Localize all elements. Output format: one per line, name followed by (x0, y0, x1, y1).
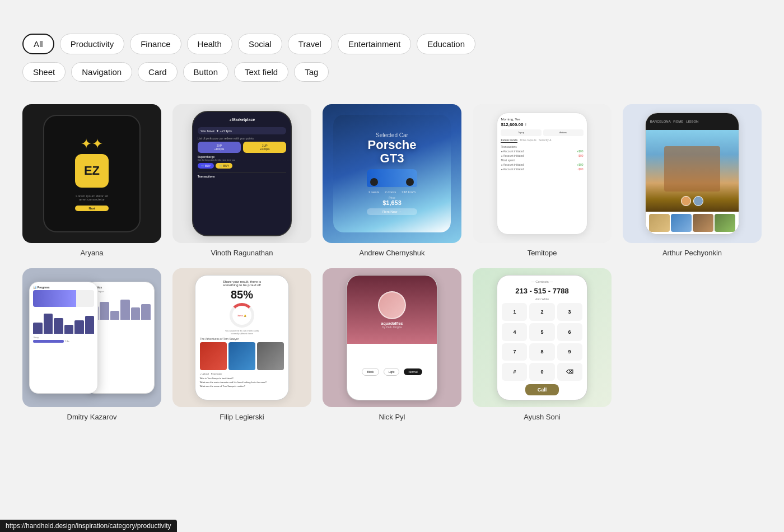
filter-chip-social[interactable]: Social (238, 34, 282, 54)
contact-info: aquadolfies by Park Jongha (378, 291, 406, 329)
card-aryana[interactable]: ✦✦ EZ Lorem ipsum dolor sitamet consecte… (22, 104, 161, 257)
card-arthur[interactable]: BARCELONA ROME LISBON Arthur Pe (623, 104, 762, 257)
quiz-questions: Who is Tom Sawyer's best friend? What wa… (200, 377, 284, 388)
transaction-2: ● Account initiated-$00 (501, 154, 583, 157)
question-2: What was the main character and his frie… (200, 381, 284, 384)
topup-btn[interactable]: Topup (501, 129, 541, 136)
call-button[interactable]: Call (525, 384, 559, 395)
key-8[interactable]: 8 (529, 343, 554, 361)
dialer-top-label: — Contacts — (502, 280, 582, 283)
bar-f-3 (54, 318, 63, 334)
marketplace-header: ◀ Marketplace (193, 112, 291, 125)
price-value: $1,653 (367, 199, 417, 206)
avatar-1 (681, 196, 691, 206)
supercharge-sub: Get 2x the points for the next time you (198, 158, 287, 161)
porsche-content: Selected Car PorscheGT3 2 seats 2 doors … (333, 115, 451, 233)
card-nick[interactable]: aquadolfies by Park Jongha Block Light N… (323, 268, 461, 421)
card-vinoth[interactable]: ◀ Marketplace You have: ✦ +271pts List o… (172, 104, 311, 257)
key-backspace[interactable]: ⌫ (557, 363, 582, 381)
buy-btn[interactable]: 🛒 BUY (198, 163, 214, 169)
card-filip[interactable]: Share your result, there issomething to … (172, 268, 311, 421)
block-btn[interactable]: Block (362, 368, 379, 376)
quiz-desc: You answered 85 out of 100 cardscorrectl… (200, 329, 284, 335)
tab-topup[interactable]: Time capsule (520, 138, 536, 143)
bar-chart-back (90, 297, 151, 320)
building (664, 146, 720, 191)
filter-chip-tag[interactable]: Tag (294, 62, 329, 82)
key-2[interactable]: 2 (529, 303, 554, 321)
next-button[interactable]: Next (75, 206, 109, 211)
key-hash[interactable]: # (502, 363, 527, 381)
sleep-row: 7.2h (33, 340, 94, 343)
arthur-tabs: BARCELONA ROME LISBON (650, 120, 699, 123)
bar-f-4 (64, 325, 73, 334)
light-btn[interactable]: Light (384, 368, 400, 376)
card-author-nick: Nick Pyl (379, 413, 405, 421)
finance-phone: Morning, Tee $12,600.00 ↑ Topup Actions … (497, 113, 587, 235)
contact-actions: Block Light Normal (347, 344, 436, 400)
bar-2 (100, 302, 109, 320)
progress-fill (33, 290, 76, 307)
filter-chip-card[interactable]: Card (138, 62, 178, 82)
normal-btn[interactable]: Normal (404, 368, 422, 375)
key-1[interactable]: 1 (502, 303, 527, 321)
filip-subtitle: Share your result, there issomething to … (200, 280, 284, 287)
actions-btn[interactable]: Actions (543, 129, 584, 136)
finance-btns: Topup Actions (501, 129, 583, 136)
wheel-right (406, 178, 414, 186)
card-temitope[interactable]: Morning, Tee $12,600.00 ↑ Topup Actions … (473, 104, 612, 257)
key-3[interactable]: 3 (557, 303, 582, 321)
pts-sub: List of perks you can redeem with your p… (198, 137, 287, 140)
card-thumb-andrew: Selected Car PorscheGT3 2 seats 2 doors … (323, 104, 461, 243)
app-subtitle: Lorem ipsum dolor sitamet consectetur (76, 194, 108, 201)
sleep-bar (33, 340, 63, 343)
key-9[interactable]: 9 (557, 343, 582, 361)
tab-security[interactable]: Security & (539, 138, 552, 143)
key-0[interactable]: 0 (529, 363, 554, 381)
read-later-btn[interactable]: Read Later (211, 372, 222, 375)
thumb-4 (715, 214, 735, 232)
card-thumb-filip: Share your result, there issomething to … (172, 268, 311, 407)
rent-btn[interactable]: Rent Now → (367, 208, 417, 215)
upload-btn[interactable]: + Upload (200, 372, 209, 375)
card-author-dmitry: Dmitry Kazarov (67, 413, 117, 421)
key-6[interactable]: 6 (557, 323, 582, 341)
user-avatars (681, 196, 703, 206)
filter-chip-travel[interactable]: Travel (288, 34, 332, 54)
url-bar: https://handheld.design/inspiration/cate… (0, 520, 177, 532)
filter-chip-navigation[interactable]: Navigation (71, 62, 132, 82)
cards-grid: ✦✦ EZ Lorem ipsum dolor sitamet consecte… (22, 104, 762, 421)
filter-chip-text-field[interactable]: Text field (234, 62, 288, 82)
card-author-vinoth: Vinoth Ragunathan (211, 249, 273, 257)
filter-chip-education[interactable]: Education (417, 34, 475, 54)
progress-chart (33, 290, 94, 307)
contact-by: by Park Jongha (378, 325, 406, 329)
bar-3 (110, 311, 119, 320)
phone-mockup: ◀ Marketplace You have: ✦ +271pts List o… (192, 111, 292, 236)
filter-chip-productivity[interactable]: Productivity (60, 34, 125, 54)
key-5[interactable]: 5 (529, 323, 554, 341)
card-ayush[interactable]: — Contacts — 213 - 515 - 7788 Alex White… (473, 268, 612, 421)
card-andrew[interactable]: Selected Car PorscheGT3 2 seats 2 doors … (323, 104, 461, 257)
dialer-number: 213 - 515 - 7788 (502, 287, 582, 295)
filter-chip-health[interactable]: Health (187, 34, 232, 54)
card-thumb-aryana: ✦✦ EZ Lorem ipsum dolor sitamet consecte… (22, 104, 161, 243)
key-4[interactable]: 4 (502, 323, 527, 341)
key-7[interactable]: 7 (502, 343, 527, 361)
filter-chip-entertainment[interactable]: Entertainment (338, 34, 411, 54)
filter-chip-all[interactable]: All (22, 34, 54, 54)
buy-btn2[interactable]: 🛒 BUY (216, 163, 232, 169)
transactions-label: Transactions (501, 145, 583, 148)
transaction-3: Most spent (501, 158, 583, 162)
arthur-hero-image (646, 130, 739, 212)
card-dmitry[interactable]: Analytics Weekly Report 📊 Progress (22, 268, 161, 421)
stars-icon: ✦✦ (81, 136, 103, 152)
tab-future[interactable]: Future Funds (501, 138, 517, 143)
card-author-arthur: Arthur Pechyonkin (662, 249, 722, 257)
filter-chip-finance[interactable]: Finance (130, 34, 181, 54)
nick-phone: aquadolfies by Park Jongha Block Light N… (347, 275, 437, 400)
filter-chip-button[interactable]: Button (183, 62, 228, 82)
wheel-left (370, 178, 378, 186)
quiz-percent: 85% (200, 288, 284, 301)
filter-chip-sheet[interactable]: Sheet (22, 62, 66, 82)
